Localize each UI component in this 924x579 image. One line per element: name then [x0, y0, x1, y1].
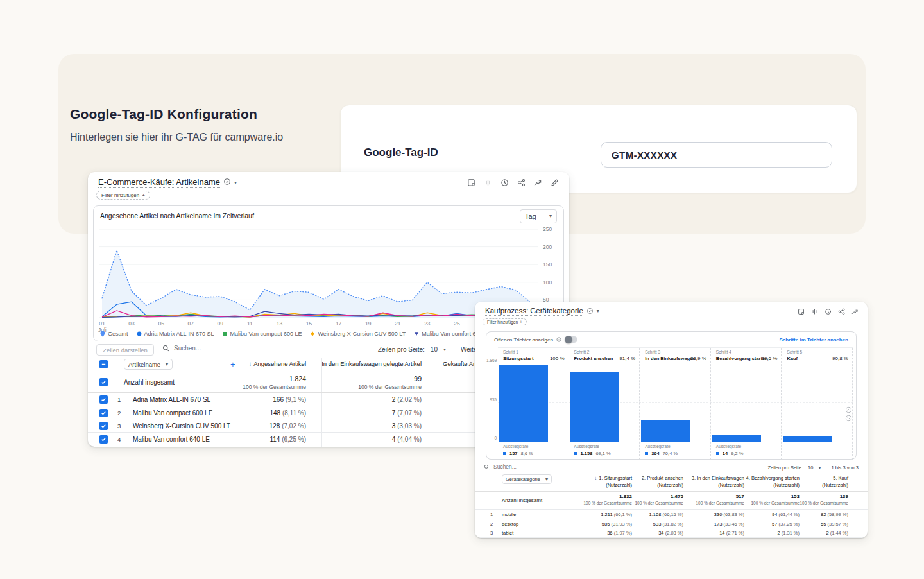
- select-all-checkbox[interactable]: [99, 360, 108, 368]
- row-checkbox[interactable]: [99, 395, 108, 404]
- chevron-down-icon[interactable]: ▾: [818, 465, 821, 471]
- chevron-up-circle-icon[interactable]: [845, 406, 852, 413]
- totals-sub: 100 % der Gesamtsumme: [583, 501, 632, 505]
- row-checkbox[interactable]: [99, 422, 108, 430]
- page: Google-Tag-ID Konfiguration Hinterlegen …: [0, 0, 924, 579]
- funnel-step-2: Schritt 2Produkt ansehen91,4 %Ausstiegsr…: [569, 348, 640, 460]
- open-funnel-toggle[interactable]: [565, 336, 578, 343]
- view-funnel-steps-link[interactable]: Schritte im Trichter ansehen: [779, 337, 848, 343]
- funnel-columns: Schritt 1Sitzungsstart100 %Ausstiegsrate…: [498, 347, 853, 459]
- cell-step-1: 585 (31,93 %): [602, 521, 632, 527]
- add-dimension-button[interactable]: +: [230, 359, 235, 369]
- gtag-input[interactable]: [601, 142, 832, 168]
- row-checkbox[interactable]: [99, 378, 108, 386]
- column-header-step-5[interactable]: 5. Kauf(Nutzerzahl): [822, 474, 848, 489]
- legend-item[interactable]: Adria Matrix ALL-IN 670 SL: [137, 331, 214, 337]
- ecommerce-panel-title[interactable]: E-Commerce-Käufe: Artikelname ▾: [98, 177, 237, 188]
- table-row[interactable]: 3tablet36 (1,97 %)34 (2,03 %)14 (2,71 %)…: [475, 528, 868, 538]
- legend-item[interactable]: Malibu Van compact 600 LE: [223, 331, 302, 337]
- step-number-label: Schritt 2: [574, 350, 590, 354]
- totals-row: Anzahl insgesamt 1.832100 % der Gesamtsu…: [475, 492, 868, 510]
- column-header-added[interactable]: In den Einkaufswagen gelegte Artikel: [321, 360, 422, 367]
- chevron-down-icon: ▾: [545, 477, 548, 482]
- y-axis-label: 0: [486, 436, 497, 440]
- row-checkbox[interactable]: [99, 409, 108, 417]
- x-axis-tick: 17: [336, 320, 342, 327]
- totals-value: 153: [751, 494, 800, 499]
- cell-step-4: 94 (61,44 %): [772, 512, 800, 517]
- edit-icon[interactable]: [551, 178, 559, 187]
- chevron-down-icon[interactable]: ▾: [234, 180, 237, 186]
- search-input[interactable]: [493, 463, 551, 470]
- funnel-bar[interactable]: [712, 435, 761, 442]
- row-name: Malibu Van compact 600 LE: [133, 410, 212, 417]
- exit-rate-label: Ausstiegsrate: [503, 444, 528, 449]
- show-rows-button[interactable]: Zeilen darstellen: [96, 344, 154, 356]
- legend-label: Malibu Van compact 600 LE: [230, 331, 302, 337]
- step-name: In den Einkaufswagen: [645, 356, 696, 361]
- step-number-label: Schritt 5: [787, 350, 802, 354]
- note-icon[interactable]: [467, 178, 475, 187]
- table-row[interactable]: 2desktop585 (31,93 %)533 (31,82 %)173 (3…: [475, 519, 868, 529]
- column-header-step-2[interactable]: 2. Produkt ansehen(Nutzerzahl): [642, 474, 683, 489]
- x-axis-tick: 03: [128, 320, 135, 327]
- table-body: 1mobile1.211 (66,1 %)1.108 (66,15 %)330 …: [475, 510, 868, 538]
- dimension-select[interactable]: Artikelname ▾: [124, 359, 173, 370]
- cell-step-4: 2 (1,31 %): [777, 530, 800, 536]
- funnel-step-3: Schritt 3In den Einkaufswagen30,9 %Ausst…: [640, 348, 711, 460]
- add-filter-button[interactable]: Filter hinzufügen +: [96, 191, 150, 200]
- open-funnel-label: Offenen Trichter anzeigen: [494, 337, 553, 343]
- add-filter-label: Filter hinzufügen: [101, 193, 139, 198]
- funnel-bar[interactable]: [641, 420, 690, 442]
- chart-bars-icon[interactable]: [484, 178, 492, 187]
- funnel-bar[interactable]: [783, 436, 832, 442]
- column-header-step-3[interactable]: 3. In den Einkaufswagen(Nutzerzahl): [692, 474, 744, 489]
- dimension-select[interactable]: Gerätekategorie ▾: [502, 474, 552, 484]
- insights-icon[interactable]: [534, 178, 542, 187]
- x-axis-tick: 11: [247, 320, 253, 327]
- chevron-down-icon[interactable]: ▾: [443, 347, 446, 352]
- legend-item[interactable]: Gesamt: [100, 331, 128, 337]
- exit-rate-label: Ausstiegsrate: [716, 444, 741, 449]
- chevron-down-icon[interactable]: ▾: [597, 309, 599, 314]
- x-axis-tick: 07: [188, 320, 194, 327]
- check-circle-icon: [586, 307, 594, 316]
- totals-value: 1.675: [635, 494, 683, 499]
- y-axis-tick: 250: [543, 226, 552, 232]
- search-input[interactable]: [174, 345, 257, 352]
- row-checkbox[interactable]: [99, 435, 108, 444]
- chevron-down-circle-icon[interactable]: [845, 415, 852, 422]
- row-name: Adria Matrix ALL-IN 670 SL: [133, 396, 210, 403]
- pagination-controls: Zeilen pro Seite: 10 ▾ Weiter zu:: [378, 346, 490, 353]
- add-filter-button[interactable]: Filter hinzufügen +: [483, 318, 527, 325]
- insights-icon[interactable]: [851, 308, 859, 315]
- chart-bars-icon[interactable]: [811, 308, 818, 315]
- column-header-viewed[interactable]: ↓Angesehene Artikel: [248, 360, 306, 367]
- exit-rate-label: Ausstiegsrate: [574, 444, 599, 449]
- funnel-bar[interactable]: [570, 372, 619, 442]
- table-row[interactable]: 1mobile1.211 (66,1 %)1.108 (66,15 %)330 …: [475, 510, 868, 519]
- row-index: 4: [117, 436, 121, 443]
- granularity-select[interactable]: Tag ▾: [520, 209, 557, 223]
- share-icon[interactable]: [838, 308, 845, 315]
- totals-viewed: 1.824 100 % der Gesamtsumme: [243, 375, 306, 390]
- column-header-step-1[interactable]: ↓1. Sitzungsstart(Nutzerzahl): [595, 474, 632, 489]
- search-icon: [162, 345, 169, 352]
- cell-step-1: 36 (1,97 %): [607, 530, 632, 536]
- funnel-panel-title[interactable]: Kaufprozess: Gerätekategorie ▾: [485, 307, 599, 316]
- pin-marker-icon: [100, 331, 105, 337]
- legend-item[interactable]: Weinsberg X-Cursion CUV 500 LT: [310, 331, 406, 337]
- rows-per-page-value[interactable]: 10: [808, 465, 813, 471]
- clock-icon[interactable]: [825, 308, 832, 315]
- funnel-bar[interactable]: [499, 365, 548, 442]
- cell-step-5: 82 (58,99 %): [821, 512, 848, 517]
- row-name: tablet: [502, 530, 513, 536]
- funnel-chart-card: Offenen Trichter anzeigen Schritte im Tr…: [486, 331, 857, 460]
- note-icon[interactable]: [798, 308, 805, 315]
- column-header-step-4[interactable]: 4. Bezahlvorgang starten(Nutzerzahl): [746, 474, 800, 489]
- rows-per-page-value[interactable]: 10: [431, 346, 438, 353]
- totals-sub: 100 % der Gesamtsumme: [635, 501, 683, 505]
- legend-label: Adria Matrix ALL-IN 670 SL: [144, 331, 214, 337]
- clock-icon[interactable]: [501, 178, 509, 187]
- share-icon[interactable]: [517, 178, 526, 187]
